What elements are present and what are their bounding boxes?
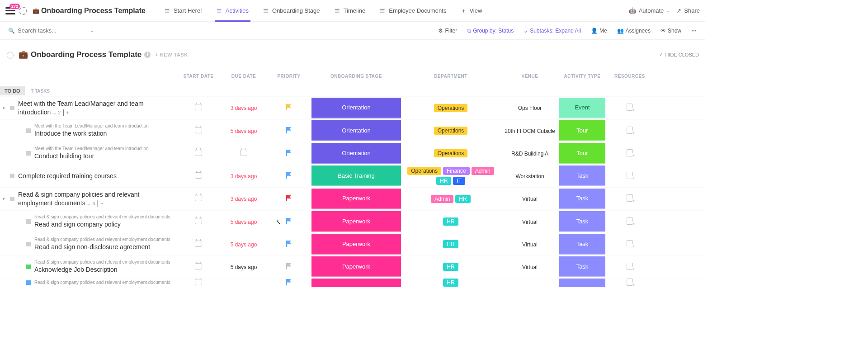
due-date[interactable]: 5 days ago	[231, 264, 257, 270]
status-square[interactable]	[10, 106, 14, 110]
task-row[interactable]: ▾Read & sign company policies and releva…	[0, 187, 705, 210]
document-icon[interactable]	[627, 194, 633, 202]
tab-start-here-[interactable]: ☰Start Here!	[158, 0, 208, 22]
task-name[interactable]: Read and sign company policy	[34, 220, 172, 229]
priority-flag[interactable]	[286, 104, 292, 110]
department-cell[interactable]: OperationsFinanceAdminHRIT	[401, 167, 500, 185]
priority-flag[interactable]	[286, 241, 292, 247]
dept-tag[interactable]: HR	[443, 263, 458, 271]
priority-flag[interactable]	[286, 172, 292, 179]
priority-flag[interactable]	[286, 218, 292, 224]
due-date[interactable]: 5 days ago	[231, 128, 257, 134]
task-name[interactable]: Meet with the Team Lead/Manager and team…	[18, 99, 172, 117]
venue[interactable]: Virtual	[522, 241, 538, 248]
share-button[interactable]: ↗ Share	[676, 7, 700, 14]
dept-tag[interactable]: HR	[443, 240, 458, 248]
tab-onboarding-stage[interactable]: ☰Onboarding Stage	[257, 0, 326, 22]
priority-flag[interactable]	[286, 150, 292, 156]
dept-tag[interactable]: Admin	[431, 195, 453, 203]
task-name[interactable]: Introduce the work station	[34, 129, 172, 138]
stage-tag[interactable]: Orientation	[311, 120, 401, 141]
task-row[interactable]: ▾Meet with the Team Lead/Manager and tea…	[0, 96, 705, 119]
activity-type-tag[interactable]: Task	[559, 234, 605, 255]
dept-tag[interactable]: Operations	[434, 149, 468, 157]
calendar-icon[interactable]	[195, 279, 202, 285]
dept-tag[interactable]: Operations	[407, 167, 441, 175]
subtask-count[interactable]: ⌄ 6	[87, 200, 95, 207]
tab-employee-documents[interactable]: ☰Employee Documents	[373, 0, 453, 22]
col-stage[interactable]: ONBOARDING STAGE	[311, 74, 401, 79]
activity-type-tag[interactable]: Tour	[559, 143, 605, 164]
activity-type-tag[interactable]: Task	[559, 256, 605, 277]
dept-tag[interactable]: HR	[455, 195, 470, 203]
stage-tag[interactable]: Paperwork	[311, 256, 401, 277]
status-square[interactable]	[26, 280, 31, 285]
col-venue[interactable]: VENUE	[500, 74, 559, 79]
automate-button[interactable]: 🤖 Automate ⌄	[629, 7, 670, 14]
status-square[interactable]	[26, 128, 31, 133]
venue[interactable]: R&D Building A	[511, 151, 548, 157]
calendar-icon[interactable]	[195, 263, 202, 269]
calendar-icon[interactable]	[195, 218, 202, 224]
department-cell[interactable]: HR	[401, 279, 500, 287]
dept-tag[interactable]: Operations	[434, 127, 468, 135]
task-row[interactable]: Complete required training courses3 days…	[0, 165, 705, 187]
task-name[interactable]: Read and sign non-disclosure agreement	[34, 243, 172, 251]
info-icon[interactable]: i	[144, 52, 151, 58]
dept-tag[interactable]: Finance	[443, 167, 470, 175]
menu-icon[interactable]: 272	[5, 7, 15, 14]
stage-tag[interactable]: Paperwork	[311, 189, 401, 209]
document-icon[interactable]	[627, 263, 633, 270]
dept-tag[interactable]: HR	[443, 217, 458, 226]
calendar-icon[interactable]	[195, 172, 202, 179]
task-row[interactable]: Meet with the Team Lead/Manager and team…	[0, 119, 705, 142]
stage-tag[interactable]	[311, 278, 401, 287]
expand-icon[interactable]: ▾	[3, 197, 5, 201]
venue[interactable]: Virtual	[522, 219, 538, 225]
activity-type-tag[interactable]	[559, 278, 605, 287]
col-activity-type[interactable]: ACTIVITY TYPE	[559, 74, 605, 79]
priority-flag[interactable]	[286, 279, 292, 285]
due-date[interactable]: 5 days ago	[231, 219, 257, 225]
department-cell[interactable]: Operations	[401, 127, 500, 135]
dept-tag[interactable]: Operations	[434, 104, 468, 112]
stage-tag[interactable]: Basic Training	[311, 165, 401, 186]
task-name[interactable]: Conduct building tour	[34, 152, 172, 161]
tab-activities[interactable]: ☰Activities	[210, 0, 255, 22]
new-task-button[interactable]: + NEW TASK	[155, 52, 188, 57]
group-row[interactable]: TO DO 7 TASKS	[0, 85, 705, 96]
status-square[interactable]	[26, 265, 31, 269]
venue[interactable]: Workstation	[515, 173, 544, 180]
activity-type-tag[interactable]: Task	[559, 165, 605, 186]
task-row[interactable]: Read & sign company policies and relevan…	[0, 233, 705, 255]
filter-button[interactable]: ⚙ Filter	[438, 28, 457, 34]
task-row[interactable]: Read & sign company policies and relevan…	[0, 278, 705, 287]
task-name[interactable]: Complete required training courses	[18, 172, 172, 180]
dept-tag[interactable]: Admin	[472, 167, 494, 175]
search-box[interactable]: 🔍	[8, 27, 81, 34]
calendar-icon[interactable]	[195, 241, 202, 247]
me-button[interactable]: 👤 Me	[591, 28, 607, 34]
document-icon[interactable]	[627, 217, 633, 225]
assignees-button[interactable]: 👥 Assignees	[617, 28, 651, 34]
venue[interactable]: Virtual	[522, 264, 538, 270]
activity-type-tag[interactable]: Tour	[559, 120, 605, 141]
stage-tag[interactable]: Paperwork	[311, 211, 401, 232]
stage-tag[interactable]: Orientation	[311, 143, 401, 164]
status-square[interactable]	[10, 197, 14, 201]
status-square[interactable]	[10, 174, 14, 178]
subtask-count[interactable]: ⌄ 2	[52, 109, 61, 116]
department-cell[interactable]: Operations	[401, 149, 500, 157]
hide-closed-button[interactable]: ✓ HIDE CLOSED	[659, 52, 699, 57]
col-start-date[interactable]: START DATE	[176, 74, 221, 79]
activity-type-tag[interactable]: Event	[559, 98, 605, 118]
document-icon[interactable]	[627, 149, 633, 156]
document-icon[interactable]	[627, 104, 633, 111]
tab-timeline[interactable]: ☰Timeline	[328, 0, 372, 22]
subtasks-button[interactable]: ⌄ Subtasks: Expand All	[524, 28, 581, 34]
search-input[interactable]	[18, 27, 81, 34]
task-row[interactable]: Read & sign company policies and relevan…	[0, 210, 705, 233]
due-date[interactable]: 3 days ago	[231, 196, 257, 202]
department-cell[interactable]: HR	[401, 263, 500, 271]
due-date[interactable]: 3 days ago	[231, 105, 257, 111]
